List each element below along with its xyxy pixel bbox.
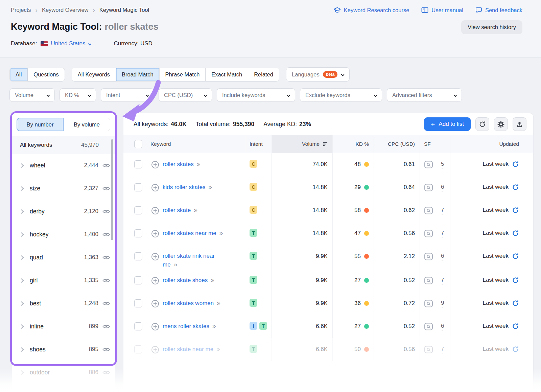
sidebar-item-all-keywords[interactable]: All keywords 45,970 xyxy=(12,136,115,154)
tab-questions[interactable]: Questions xyxy=(28,68,64,81)
eye-icon[interactable] xyxy=(102,324,110,329)
view-search-history-button[interactable]: View search history xyxy=(461,20,522,34)
breadcrumb-item[interactable]: Projects xyxy=(11,7,31,13)
expand-keyword-icon[interactable]: » xyxy=(216,345,220,352)
sf-count[interactable]: 6 xyxy=(441,253,444,260)
chevron-right-icon[interactable] xyxy=(19,209,24,214)
row-checkbox[interactable] xyxy=(134,276,142,284)
sidebar-group-best[interactable]: best 1,248 xyxy=(12,292,115,315)
serp-features-icon[interactable] xyxy=(424,299,433,308)
serp-features-icon[interactable] xyxy=(424,229,433,238)
keyword-link[interactable]: roller skate xyxy=(163,207,191,213)
sf-count[interactable]: 9 xyxy=(441,300,444,307)
refresh-metrics-icon[interactable] xyxy=(512,161,519,168)
filter-intent[interactable]: Intent xyxy=(101,88,154,102)
filter-exclude-keywords[interactable]: Exclude keywords xyxy=(300,88,382,102)
header-link[interactable]: User manual xyxy=(421,7,463,14)
settings-button[interactable] xyxy=(494,117,508,131)
keyword-link[interactable]: roller skates women xyxy=(163,300,214,306)
sf-count[interactable]: 7 xyxy=(441,230,444,237)
sf-count[interactable]: 7 xyxy=(441,207,444,214)
chevron-right-icon[interactable] xyxy=(19,278,24,283)
header-link[interactable]: Keyword Research course xyxy=(334,7,409,14)
row-checkbox[interactable] xyxy=(134,160,142,168)
serp-features-icon[interactable] xyxy=(424,345,433,354)
expand-keyword-icon[interactable]: » xyxy=(194,206,198,213)
eye-icon[interactable] xyxy=(102,209,110,214)
add-keyword-icon[interactable] xyxy=(151,230,159,238)
filter-volume[interactable]: Volume xyxy=(9,88,55,102)
refresh-metrics-icon[interactable] xyxy=(512,346,519,353)
sidebar-group-size[interactable]: size 2,327 xyxy=(12,177,115,200)
keyword-link[interactable]: roller skate near me xyxy=(163,346,213,352)
breadcrumb-item[interactable]: Keyword Magic Tool xyxy=(99,7,149,13)
eye-icon[interactable] xyxy=(102,370,110,375)
refresh-metrics-icon[interactable] xyxy=(512,253,519,260)
sf-count[interactable]: 7 xyxy=(441,277,444,284)
eye-icon[interactable] xyxy=(102,186,110,191)
tab-by-volume[interactable]: By volume xyxy=(64,118,110,131)
sidebar-group-hockey[interactable]: hockey 1,400 xyxy=(12,223,115,246)
filter-advanced-filters[interactable]: Advanced filters xyxy=(387,88,462,102)
chevron-right-icon[interactable] xyxy=(19,347,24,352)
expand-keyword-icon[interactable]: » xyxy=(174,261,178,268)
header-link[interactable]: Send feedback xyxy=(475,7,522,14)
tab-related[interactable]: Related xyxy=(248,68,279,81)
sidebar-group-inline[interactable]: inline 899 xyxy=(12,315,115,338)
expand-keyword-icon[interactable]: » xyxy=(212,322,216,329)
tab-broad-match[interactable]: Broad Match xyxy=(116,68,160,81)
sidebar-group-shoes[interactable]: shoes 895 xyxy=(12,338,115,361)
add-keyword-icon[interactable] xyxy=(151,161,159,169)
serp-features-icon[interactable] xyxy=(424,252,433,261)
breadcrumb-item[interactable]: Keyword Overview xyxy=(42,7,89,13)
tab-all[interactable]: All xyxy=(10,68,28,81)
serp-features-icon[interactable] xyxy=(424,322,433,331)
refresh-metrics-icon[interactable] xyxy=(512,184,519,191)
add-keyword-icon[interactable] xyxy=(151,323,159,331)
refresh-metrics-icon[interactable] xyxy=(512,300,519,307)
chevron-right-icon[interactable] xyxy=(19,186,24,191)
refresh-button[interactable] xyxy=(475,117,489,131)
eye-icon[interactable] xyxy=(102,163,110,168)
row-checkbox[interactable] xyxy=(134,206,142,214)
tab-all-keywords[interactable]: All Keywords xyxy=(72,68,116,81)
keyword-link[interactable]: roller skates xyxy=(163,161,194,167)
keyword-link[interactable]: roller skate rink near me xyxy=(163,253,215,268)
keyword-link[interactable]: roller skate shoes xyxy=(163,277,208,283)
chevron-right-icon[interactable] xyxy=(19,232,24,237)
refresh-metrics-icon[interactable] xyxy=(512,207,519,214)
sidebar-group-quad[interactable]: quad 1,363 xyxy=(12,246,115,269)
chevron-right-icon[interactable] xyxy=(19,255,24,260)
keyword-link[interactable]: kids roller skates xyxy=(163,184,206,190)
refresh-metrics-icon[interactable] xyxy=(512,277,519,284)
eye-icon[interactable] xyxy=(102,255,110,260)
expand-keyword-icon[interactable]: » xyxy=(219,229,224,236)
filter-cpc-usd-[interactable]: CPC (USD) xyxy=(159,88,212,102)
sf-count[interactable]: 5 xyxy=(441,161,444,168)
tab-phrase-match[interactable]: Phrase Match xyxy=(160,68,206,81)
serp-features-icon[interactable] xyxy=(424,276,433,285)
database-selector[interactable]: United States xyxy=(51,40,91,47)
eye-icon[interactable] xyxy=(102,301,110,306)
serp-features-icon[interactable] xyxy=(424,206,433,215)
row-checkbox[interactable] xyxy=(134,183,142,191)
expand-keyword-icon[interactable]: » xyxy=(217,299,221,306)
sf-count[interactable]: 7 xyxy=(441,346,444,353)
row-checkbox[interactable] xyxy=(134,299,142,307)
sf-count[interactable]: 6 xyxy=(441,184,444,191)
serp-features-icon[interactable] xyxy=(424,160,433,169)
sidebar-group-wheel[interactable]: wheel 2,444 xyxy=(12,154,115,177)
eye-icon[interactable] xyxy=(102,347,110,352)
chevron-right-icon[interactable] xyxy=(19,301,24,306)
eye-icon[interactable] xyxy=(102,278,110,283)
refresh-metrics-icon[interactable] xyxy=(512,230,519,237)
add-keyword-icon[interactable] xyxy=(151,300,159,308)
add-to-list-button[interactable]: + Add to list xyxy=(424,117,471,131)
sidebar-group-girl[interactable]: girl 1,335 xyxy=(12,269,115,292)
eye-icon[interactable] xyxy=(102,232,110,237)
filter-include-keywords[interactable]: Include keywords xyxy=(217,88,295,102)
row-checkbox[interactable] xyxy=(134,322,142,330)
expand-keyword-icon[interactable]: » xyxy=(197,160,201,167)
expand-keyword-icon[interactable]: » xyxy=(209,183,213,190)
sidebar-group-derby[interactable]: derby 2,120 xyxy=(12,200,115,223)
